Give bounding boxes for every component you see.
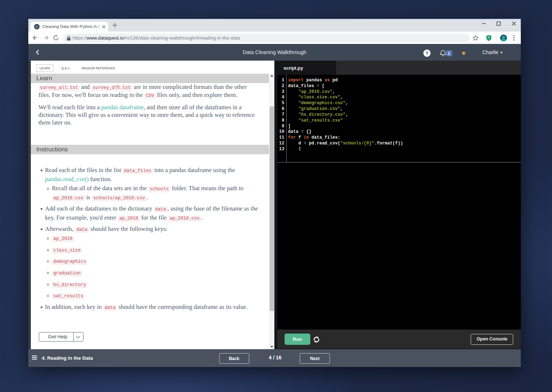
svg-text:?: ? (426, 50, 429, 56)
